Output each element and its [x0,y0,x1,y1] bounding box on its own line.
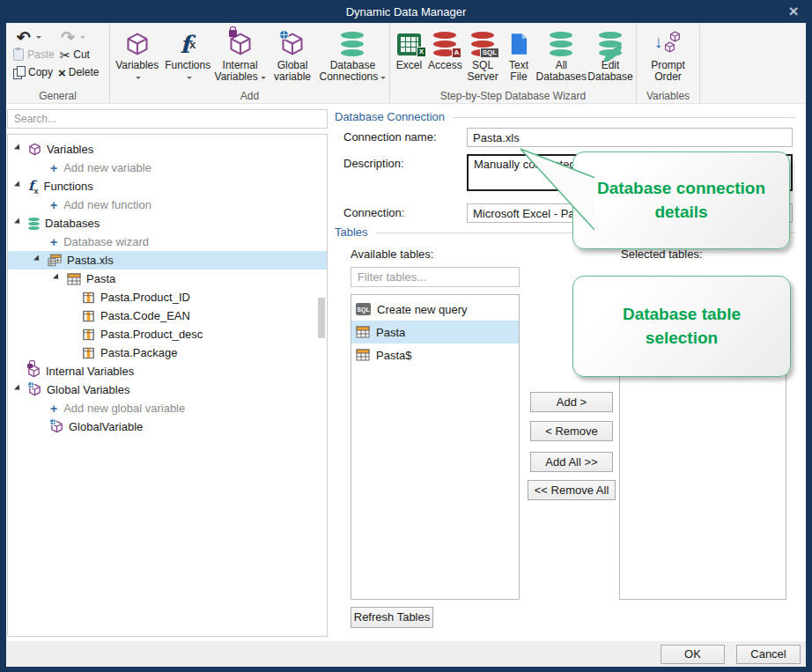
access-wizard-button[interactable]: A Access [426,26,464,89]
table-column-icon [82,310,95,322]
edit-database-button[interactable]: EditDatabase [587,26,634,89]
data-source-tree: Variables + Add new variable fx Function… [7,134,328,637]
fx-icon: fx [28,178,38,196]
tree-item-column-code-ean[interactable]: Pasta.Code_EAN [8,306,327,325]
expander-icon[interactable] [33,255,44,265]
down-arrow-icon: ↓ [654,32,663,52]
connection-name-input[interactable] [467,128,793,147]
plus-icon: + [50,235,57,249]
add-global-variable-button[interactable]: Globalvariable [267,26,317,89]
cancel-button[interactable]: Cancel [736,645,801,664]
group-label-wizard: Step-by-Step Database Wizard [390,90,636,102]
available-tables-label: Available tables: [351,247,433,261]
plus-icon: + [50,402,57,416]
undo-icon: ↶ [17,31,31,44]
add-internal-variable-button[interactable]: InternalVariables [213,26,267,89]
section-title: Tables [335,225,368,239]
prompt-order-button[interactable]: ↓ PromptOrder [639,26,698,89]
x-icon: × [58,66,66,79]
add-function-button[interactable]: fx Functions [162,26,212,89]
group-label-general: General [6,90,109,102]
tables-stack-icon [48,254,62,267]
tree-item-column-package[interactable]: Pasta.Package [8,343,327,362]
paste-button[interactable]: Paste [13,48,55,61]
plus-icon: + [50,161,57,175]
tree-item-variables[interactable]: Variables [8,140,327,159]
group-label-variables: Variables [637,90,699,102]
undo-button[interactable]: ↶ [17,31,41,44]
tree-item-functions[interactable]: fx Functions [8,177,327,196]
globe-icon [279,30,289,40]
close-icon[interactable]: × [782,0,805,23]
chevron-down-icon [80,36,85,41]
expander-icon[interactable] [14,218,25,228]
section-database-connection: Database Connection [335,110,795,123]
expander-icon[interactable] [14,181,25,191]
table-icon [356,326,370,338]
section-title: Database Connection [335,110,445,123]
search-input[interactable] [7,109,328,129]
paste-icon [13,48,24,61]
cube-icon [125,28,150,60]
database-icon [28,218,40,230]
tree-item-add-new-variable[interactable]: + Add new variable [8,159,327,177]
tree-item-column-product-id[interactable]: Pasta.Product_ID [8,288,327,306]
database-connections-button[interactable]: DatabaseConnections [318,26,388,89]
cut-button[interactable]: ✂Cut [60,48,90,62]
table-column-icon [82,329,95,341]
description-label: Description: [343,157,404,170]
tree-item-databases[interactable]: Databases [8,214,327,233]
tree-item-globalvariable[interactable]: GlobalVariable [8,417,327,436]
search-field-wrap [7,109,328,129]
filter-tables-input[interactable] [351,267,520,287]
chevron-down-icon [136,77,141,82]
sql-query-icon: SQL [356,303,371,315]
tree-item-internal-variables[interactable]: Internal Variables [8,362,327,380]
callout-database-table-selection: Database table selection [572,276,791,377]
chevron-down-icon[interactable] [36,36,41,41]
sql-server-icon: SQL [471,28,494,60]
list-item-create-new-query[interactable]: SQL Create new query [351,298,519,321]
expander-icon[interactable] [14,144,25,154]
tree-item-pasta-xls[interactable]: Pasta.xls [8,251,327,270]
expander-icon[interactable] [14,384,25,395]
add-all-tables-button[interactable]: Add All >> [530,452,613,472]
add-variable-button[interactable]: Variables [112,26,162,89]
expander-icon[interactable] [53,273,63,284]
excel-icon: X [397,28,421,60]
refresh-tables-button[interactable]: Refresh Tables [351,607,433,628]
tree-item-pasta-table[interactable]: Pasta [8,270,327,288]
table-column-icon [82,347,95,359]
dynamic-data-manager-window: Dynamic Data Manager × ↶ ↷ Paste [0,0,812,672]
redo-button[interactable]: ↷ [61,31,85,44]
connection-label: Connection: [343,206,404,219]
tree-item-column-product-desc[interactable]: Pasta.Product_desc [8,325,327,343]
add-table-button[interactable]: Add > [530,392,613,412]
cube-icon [28,143,41,156]
cube-globe-icon [280,28,305,60]
excel-wizard-button[interactable]: X Excel [392,26,426,89]
tree-scrollbar-thumb[interactable] [318,298,325,338]
database-connection-panel: Database Connection Connection name: Des… [330,109,797,637]
connection-name-label: Connection name: [343,130,437,144]
dialog-footer: OK Cancel [6,641,806,667]
copy-icon [13,66,25,78]
all-databases-button[interactable]: AllDatabases [536,26,587,89]
tree-item-database-wizard[interactable]: + Database wizard [8,233,327,251]
remove-all-tables-button[interactable]: << Remove All [528,480,616,500]
list-item-pasta-dollar[interactable]: Pasta$ [351,343,519,366]
globe-icon [49,418,56,425]
tree-item-add-new-global-variable[interactable]: + Add new global variable [8,399,327,417]
tree-item-global-variables[interactable]: Global Variables [8,380,327,399]
ok-button[interactable]: OK [661,645,725,664]
copy-button[interactable]: Copy [13,66,53,78]
list-item-pasta[interactable]: Pasta [351,321,519,343]
sql-server-wizard-button[interactable]: SQL SQLServer [464,26,502,89]
delete-button[interactable]: ×Delete [58,66,99,79]
remove-table-button[interactable]: < Remove [530,421,613,441]
access-database-icon: A [433,28,456,60]
ribbon: ↶ ↷ Paste ✂Cut Copy [6,23,806,104]
text-file-wizard-button[interactable]: TextFile [501,26,535,89]
tree-item-add-new-function[interactable]: + Add new function [8,196,327,214]
scissors-icon: ✂ [60,48,71,62]
